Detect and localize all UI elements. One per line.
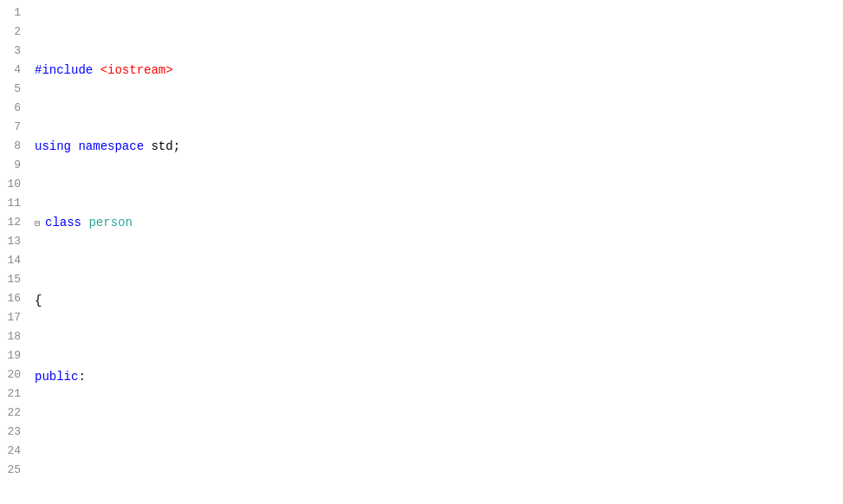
line-num-12: 12 — [3, 213, 21, 232]
line-num-5: 5 — [3, 80, 21, 99]
line-num-15: 15 — [3, 270, 21, 289]
line-num-18: 18 — [3, 327, 21, 346]
line-num-4: 4 — [3, 61, 21, 80]
code-line-5: public: — [35, 367, 843, 386]
code-line-3: ⊟class person — [35, 213, 843, 234]
code-line-4: { — [35, 291, 843, 310]
line-num-25: 25 — [3, 461, 21, 480]
line-num-17: 17 — [3, 308, 21, 327]
line-num-20: 20 — [3, 365, 21, 384]
line-num-23: 23 — [3, 423, 21, 442]
line-num-24: 24 — [3, 442, 21, 461]
line-num-21: 21 — [3, 384, 21, 404]
line-num-10: 10 — [3, 175, 21, 194]
line-num-1: 1 — [3, 3, 21, 23]
line-numbers: 1 2 3 4 5 6 7 8 9 10 11 12 13 14 15 16 1… — [0, 0, 28, 504]
line-num-16: 16 — [3, 289, 21, 308]
code-line-6 — [35, 443, 843, 462]
line-num-9: 9 — [3, 156, 21, 175]
line-num-19: 19 — [3, 346, 21, 365]
line-num-6: 6 — [3, 99, 21, 118]
code-editor: 1 2 3 4 5 6 7 8 9 10 11 12 13 14 15 16 1… — [0, 0, 843, 504]
line-num-3: 3 — [3, 42, 21, 61]
line-num-8: 8 — [3, 137, 21, 156]
line-num-22: 22 — [3, 404, 21, 423]
line-num-11: 11 — [3, 194, 21, 213]
line-num-2: 2 — [3, 23, 21, 42]
line-num-7: 7 — [3, 118, 21, 137]
code-line-1: #include <iostream> — [35, 61, 843, 80]
line-num-14: 14 — [3, 251, 21, 270]
line-num-13: 13 — [3, 232, 21, 251]
code-content[interactable]: #include <iostream> using namespace std;… — [28, 0, 843, 504]
code-line-2: using namespace std; — [35, 137, 843, 156]
